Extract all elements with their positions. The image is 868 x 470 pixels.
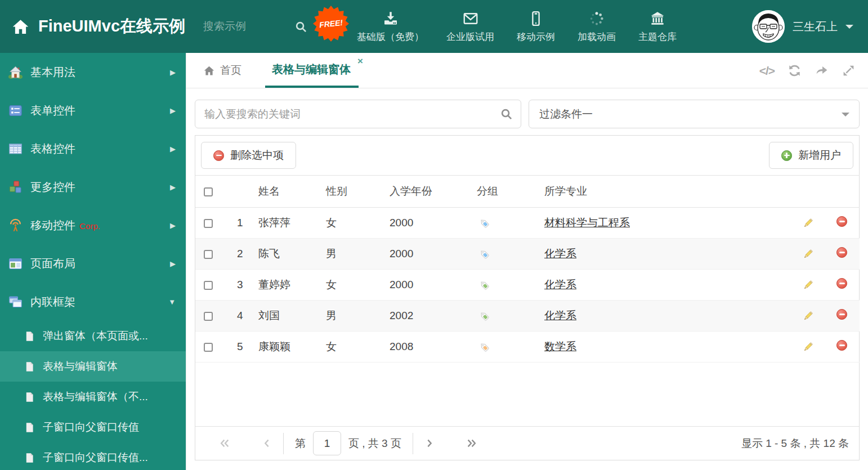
delete-icon[interactable] [836, 309, 847, 320]
filter-dropdown[interactable]: 过滤条件一 [529, 100, 860, 128]
share-icon[interactable] [815, 64, 829, 78]
sidebar-item[interactable]: 页面布局▶ [0, 244, 186, 283]
cell-gender: 女 [323, 270, 386, 301]
header-nav-download[interactable]: 基础版（免费）FREE! [357, 10, 424, 43]
sidebar-subitem[interactable]: 子窗口向父窗口传值... [0, 442, 186, 470]
delete-icon[interactable] [836, 278, 847, 289]
table-row: 5康颖颖女2008数学系 [195, 332, 860, 362]
expand-icon[interactable] [842, 64, 856, 78]
edit-icon[interactable] [802, 217, 814, 229]
corp-badge: Corp. [79, 221, 100, 231]
file-icon [24, 330, 35, 342]
sidebar-subitem[interactable]: 表格与编辑窗体 [0, 351, 186, 382]
download-icon [382, 10, 399, 27]
filter-dropdown-value: 过滤条件一 [539, 107, 593, 122]
home-color-icon [8, 65, 23, 80]
edit-icon[interactable] [802, 279, 814, 290]
sidebar-item[interactable]: 更多控件▶ [0, 168, 186, 206]
table-header-row: 姓名 性别 入学年份 分组 所学专业 [195, 176, 860, 208]
form-icon [8, 103, 23, 118]
prev-page-button[interactable] [262, 438, 272, 448]
chevron-right-icon: ▶ [170, 68, 176, 77]
brand[interactable]: FineUIMvc在线示例 [0, 15, 185, 38]
delete-icon[interactable] [836, 247, 847, 258]
major-link[interactable]: 化学系 [544, 248, 576, 259]
grid-panel: 删除选中项 新增用户 姓名 性别 入学年份 分组 [195, 135, 860, 460]
sidebar-item[interactable]: 表格控件▶ [0, 129, 186, 168]
code-icon[interactable]: </> [759, 64, 775, 78]
last-page-button[interactable] [466, 438, 477, 448]
cubes-icon [8, 180, 23, 195]
file-icon [24, 452, 35, 464]
avatar [752, 10, 785, 43]
page-number-input[interactable] [313, 431, 341, 455]
keyword-search [195, 100, 521, 128]
cell-year: 2000 [386, 270, 473, 301]
table-row: 1张萍萍女2000材料科学与工程系 [195, 208, 860, 239]
sidebar-subitem[interactable]: 弹出窗体（本页面或... [0, 321, 186, 351]
user-menu[interactable]: 三生石上 [752, 10, 868, 43]
next-page-button[interactable] [424, 438, 434, 448]
cell-year: 2000 [386, 239, 473, 270]
keyword-search-input[interactable] [203, 108, 500, 121]
edit-icon[interactable] [802, 248, 814, 259]
sidebar-subitem[interactable]: 子窗口向父窗口传值 [0, 412, 186, 442]
sidebar-item[interactable]: 移动控件Corp.▶ [0, 206, 186, 244]
chevron-right-icon: ▶ [170, 221, 176, 230]
cell-name: 刘国 [255, 301, 323, 332]
column-header-group: 分组 [473, 176, 541, 208]
table-row: 4刘国男2002化学系 [195, 301, 860, 332]
tag-icon [477, 248, 540, 261]
header-nav-bank[interactable]: 主题仓库 [638, 10, 677, 43]
sidebar-item[interactable]: 内联框架▼ [0, 283, 186, 321]
major-link[interactable]: 化学系 [544, 310, 576, 321]
tab-active[interactable]: 表格与编辑窗体 × [265, 53, 359, 88]
cell-name: 董婷婷 [255, 270, 323, 301]
row-checkbox[interactable] [204, 219, 213, 228]
file-icon [24, 422, 35, 433]
header-nav-mobile[interactable]: 移动示例 [517, 10, 555, 43]
search-icon[interactable] [288, 20, 307, 33]
edit-icon[interactable] [802, 310, 814, 321]
delete-icon[interactable] [836, 340, 847, 351]
cell-name: 张萍萍 [255, 208, 323, 239]
search-icon[interactable] [500, 108, 513, 120]
add-user-button[interactable]: 新增用户 [769, 142, 853, 169]
row-checkbox[interactable] [204, 250, 213, 259]
sidebar-item[interactable]: 基本用法▶ [0, 53, 186, 91]
grid-icon [8, 141, 23, 156]
close-icon[interactable]: × [357, 56, 363, 66]
refresh-icon[interactable] [788, 64, 802, 78]
tab-tools: </> [759, 53, 856, 88]
select-all-checkbox[interactable] [204, 187, 213, 196]
header-search-input[interactable] [202, 20, 288, 33]
caret-down-icon [842, 113, 849, 120]
sidebar-item[interactable]: 表单控件▶ [0, 91, 186, 129]
edit-icon[interactable] [802, 341, 814, 352]
first-page-button[interactable] [219, 438, 231, 448]
delete-selected-button[interactable]: 删除选中项 [201, 142, 296, 169]
major-link[interactable]: 数学系 [544, 341, 576, 352]
tab-home[interactable]: 首页 [203, 53, 241, 88]
column-header-year: 入学年份 [386, 176, 473, 208]
header-nav-envelope[interactable]: 企业版试用 [446, 10, 494, 43]
cell-gender: 男 [323, 239, 386, 270]
column-header-name: 姓名 [255, 176, 323, 208]
cell-name: 康颖颖 [255, 332, 323, 362]
delete-icon[interactable] [836, 216, 847, 227]
cell-year: 2000 [386, 208, 473, 239]
sidebar-subitem[interactable]: 表格与编辑窗体（不... [0, 382, 186, 412]
row-checkbox[interactable] [204, 343, 213, 352]
plus-circle-icon [781, 150, 792, 161]
tag-icon [477, 310, 540, 323]
row-checkbox[interactable] [204, 312, 213, 321]
major-link[interactable]: 化学系 [544, 279, 576, 290]
tag-icon [477, 279, 540, 292]
divider [283, 433, 284, 454]
table-body: 1张萍萍女2000材料科学与工程系2陈飞男2000化学系3董婷婷女2000化学系… [195, 208, 860, 362]
header-nav-spinner[interactable]: 加载动画 [578, 10, 616, 43]
major-link[interactable]: 材料科学与工程系 [544, 217, 630, 229]
caret-down-icon [845, 25, 853, 33]
table-row: 3董婷婷女2000化学系 [195, 270, 860, 301]
row-checkbox[interactable] [204, 281, 213, 290]
